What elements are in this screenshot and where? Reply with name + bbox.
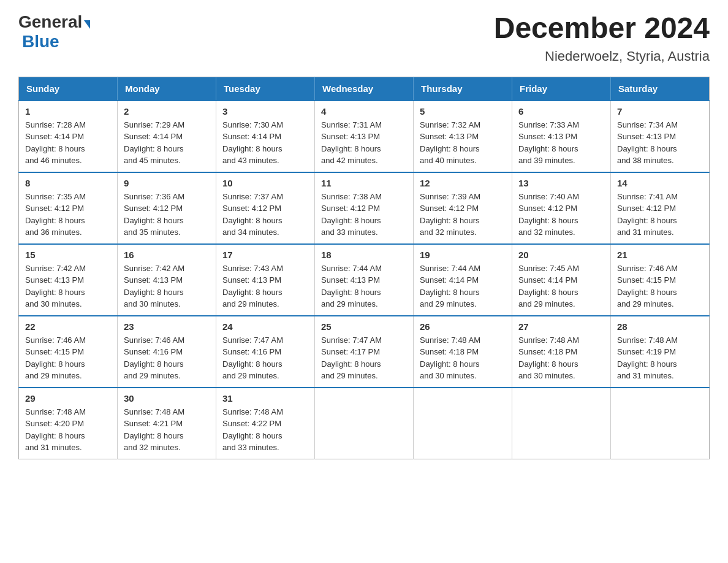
day-info: Sunrise: 7:43 AMSunset: 4:13 PMDaylight:… <box>222 262 308 310</box>
day-info: Sunrise: 7:28 AMSunset: 4:14 PMDaylight:… <box>25 119 111 167</box>
day-info: Sunrise: 7:30 AMSunset: 4:14 PMDaylight:… <box>222 119 308 167</box>
day-number: 29 <box>25 393 111 404</box>
calendar-cell: 20Sunrise: 7:45 AMSunset: 4:14 PMDayligh… <box>512 244 611 316</box>
calendar-cell: 7Sunrise: 7:34 AMSunset: 4:13 PMDaylight… <box>611 101 710 172</box>
calendar-cell: 26Sunrise: 7:48 AMSunset: 4:18 PMDayligh… <box>414 316 512 388</box>
calendar-cell: 19Sunrise: 7:44 AMSunset: 4:14 PMDayligh… <box>414 244 512 316</box>
day-number: 31 <box>222 393 308 404</box>
day-number: 2 <box>124 106 210 117</box>
calendar-cell: 17Sunrise: 7:43 AMSunset: 4:13 PMDayligh… <box>216 244 315 316</box>
calendar-cell: 3Sunrise: 7:30 AMSunset: 4:14 PMDaylight… <box>216 101 315 172</box>
month-title: December 2024 <box>494 12 710 45</box>
day-info: Sunrise: 7:39 AMSunset: 4:12 PMDaylight:… <box>420 191 506 239</box>
calendar-cell: 5Sunrise: 7:32 AMSunset: 4:13 PMDaylight… <box>414 101 512 172</box>
day-number: 7 <box>617 106 703 117</box>
day-info: Sunrise: 7:35 AMSunset: 4:12 PMDaylight:… <box>25 191 111 239</box>
day-number: 20 <box>518 250 604 260</box>
location-title: Niederwoelz, Styria, Austria <box>494 48 710 64</box>
header-saturday: Saturday <box>611 77 710 101</box>
logo-general-text: General <box>18 12 82 32</box>
day-info: Sunrise: 7:37 AMSunset: 4:12 PMDaylight:… <box>222 191 308 239</box>
day-info: Sunrise: 7:48 AMSunset: 4:18 PMDaylight:… <box>518 334 604 382</box>
calendar-cell: 12Sunrise: 7:39 AMSunset: 4:12 PMDayligh… <box>414 172 512 244</box>
calendar-cell: 31Sunrise: 7:48 AMSunset: 4:22 PMDayligh… <box>216 388 315 459</box>
calendar-cell: 18Sunrise: 7:44 AMSunset: 4:13 PMDayligh… <box>315 244 414 316</box>
calendar-cell: 29Sunrise: 7:48 AMSunset: 4:20 PMDayligh… <box>19 388 118 459</box>
day-info: Sunrise: 7:34 AMSunset: 4:13 PMDaylight:… <box>617 119 703 167</box>
calendar-cell: 24Sunrise: 7:47 AMSunset: 4:16 PMDayligh… <box>216 316 315 388</box>
header-friday: Friday <box>512 77 611 101</box>
day-number: 25 <box>321 321 407 332</box>
day-info: Sunrise: 7:36 AMSunset: 4:12 PMDaylight:… <box>124 191 210 239</box>
calendar-cell: 10Sunrise: 7:37 AMSunset: 4:12 PMDayligh… <box>216 172 315 244</box>
day-number: 21 <box>617 250 703 260</box>
title-area: December 2024 Niederwoelz, Styria, Austr… <box>494 12 710 64</box>
day-number: 27 <box>518 321 604 332</box>
day-number: 12 <box>420 178 506 188</box>
day-number: 4 <box>321 106 407 117</box>
day-number: 5 <box>420 106 506 117</box>
day-info: Sunrise: 7:33 AMSunset: 4:13 PMDaylight:… <box>518 119 604 167</box>
day-info: Sunrise: 7:48 AMSunset: 4:20 PMDaylight:… <box>25 406 111 454</box>
calendar-cell: 4Sunrise: 7:31 AMSunset: 4:13 PMDaylight… <box>315 101 414 172</box>
day-number: 6 <box>518 106 604 117</box>
day-info: Sunrise: 7:46 AMSunset: 4:16 PMDaylight:… <box>124 334 210 382</box>
calendar-cell: 9Sunrise: 7:36 AMSunset: 4:12 PMDaylight… <box>118 172 216 244</box>
header-wednesday: Wednesday <box>315 77 414 101</box>
calendar-week-1: 1Sunrise: 7:28 AMSunset: 4:14 PMDaylight… <box>19 101 710 172</box>
day-number: 18 <box>321 250 407 260</box>
calendar-cell <box>414 388 512 459</box>
calendar-cell: 28Sunrise: 7:48 AMSunset: 4:19 PMDayligh… <box>611 316 710 388</box>
calendar-cell: 8Sunrise: 7:35 AMSunset: 4:12 PMDaylight… <box>19 172 118 244</box>
calendar-week-3: 15Sunrise: 7:42 AMSunset: 4:13 PMDayligh… <box>19 244 710 316</box>
calendar-cell: 13Sunrise: 7:40 AMSunset: 4:12 PMDayligh… <box>512 172 611 244</box>
day-number: 14 <box>617 178 703 188</box>
day-number: 10 <box>222 178 308 188</box>
calendar-cell <box>315 388 414 459</box>
logo-blue-text: Blue <box>22 32 59 51</box>
calendar-cell: 11Sunrise: 7:38 AMSunset: 4:12 PMDayligh… <box>315 172 414 244</box>
calendar-cell: 1Sunrise: 7:28 AMSunset: 4:14 PMDaylight… <box>19 101 118 172</box>
day-number: 15 <box>25 250 111 260</box>
day-number: 28 <box>617 321 703 332</box>
day-number: 23 <box>124 321 210 332</box>
calendar-cell: 6Sunrise: 7:33 AMSunset: 4:13 PMDaylight… <box>512 101 611 172</box>
day-info: Sunrise: 7:44 AMSunset: 4:14 PMDaylight:… <box>420 262 506 310</box>
day-info: Sunrise: 7:31 AMSunset: 4:13 PMDaylight:… <box>321 119 407 167</box>
calendar-week-2: 8Sunrise: 7:35 AMSunset: 4:12 PMDaylight… <box>19 172 710 244</box>
day-info: Sunrise: 7:45 AMSunset: 4:14 PMDaylight:… <box>518 262 604 310</box>
day-number: 3 <box>222 106 308 117</box>
day-number: 8 <box>25 178 111 188</box>
calendar-cell: 27Sunrise: 7:48 AMSunset: 4:18 PMDayligh… <box>512 316 611 388</box>
day-number: 9 <box>124 178 210 188</box>
day-info: Sunrise: 7:47 AMSunset: 4:17 PMDaylight:… <box>321 334 407 382</box>
day-info: Sunrise: 7:42 AMSunset: 4:13 PMDaylight:… <box>25 262 111 310</box>
calendar-cell: 25Sunrise: 7:47 AMSunset: 4:17 PMDayligh… <box>315 316 414 388</box>
page-header: General Blue December 2024 Niederwoelz, … <box>18 12 710 64</box>
logo: General Blue <box>18 12 90 52</box>
header-sunday: Sunday <box>19 77 118 101</box>
day-info: Sunrise: 7:48 AMSunset: 4:22 PMDaylight:… <box>222 406 308 454</box>
day-number: 11 <box>321 178 407 188</box>
day-number: 17 <box>222 250 308 260</box>
calendar-cell: 15Sunrise: 7:42 AMSunset: 4:13 PMDayligh… <box>19 244 118 316</box>
day-number: 1 <box>25 106 111 117</box>
day-info: Sunrise: 7:46 AMSunset: 4:15 PMDaylight:… <box>25 334 111 382</box>
calendar-table: Sunday Monday Tuesday Wednesday Thursday… <box>18 77 710 459</box>
logo-triangle-icon <box>84 20 90 29</box>
calendar-cell: 22Sunrise: 7:46 AMSunset: 4:15 PMDayligh… <box>19 316 118 388</box>
day-number: 22 <box>25 321 111 332</box>
day-info: Sunrise: 7:48 AMSunset: 4:21 PMDaylight:… <box>124 406 210 454</box>
day-info: Sunrise: 7:38 AMSunset: 4:12 PMDaylight:… <box>321 191 407 239</box>
day-info: Sunrise: 7:41 AMSunset: 4:12 PMDaylight:… <box>617 191 703 239</box>
calendar-cell: 14Sunrise: 7:41 AMSunset: 4:12 PMDayligh… <box>611 172 710 244</box>
calendar-cell: 2Sunrise: 7:29 AMSunset: 4:14 PMDaylight… <box>118 101 216 172</box>
day-info: Sunrise: 7:48 AMSunset: 4:18 PMDaylight:… <box>420 334 506 382</box>
day-number: 19 <box>420 250 506 260</box>
calendar-cell: 21Sunrise: 7:46 AMSunset: 4:15 PMDayligh… <box>611 244 710 316</box>
day-number: 13 <box>518 178 604 188</box>
calendar-cell: 30Sunrise: 7:48 AMSunset: 4:21 PMDayligh… <box>118 388 216 459</box>
day-info: Sunrise: 7:42 AMSunset: 4:13 PMDaylight:… <box>124 262 210 310</box>
day-info: Sunrise: 7:40 AMSunset: 4:12 PMDaylight:… <box>518 191 604 239</box>
header-tuesday: Tuesday <box>216 77 315 101</box>
